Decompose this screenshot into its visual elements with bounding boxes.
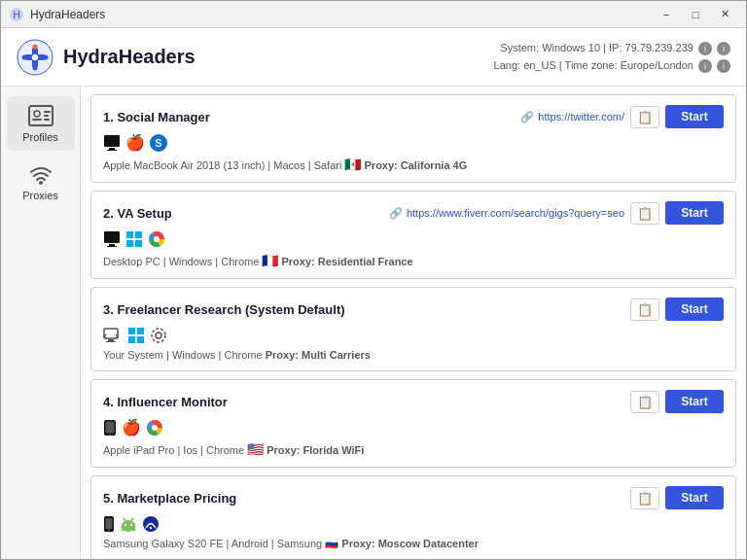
safari-icon: S <box>150 134 167 152</box>
profile-1-url[interactable]: 🔗 https://twitter.com/ <box>520 111 624 123</box>
profile-1-flag: 🇲🇽 <box>344 157 361 172</box>
main-window: H HydraHeaders − □ ✕ <box>0 0 747 560</box>
svg-rect-47 <box>122 524 135 531</box>
profile-2-flag: 🇫🇷 <box>262 253 278 268</box>
monitor-icon-2 <box>103 230 121 248</box>
profile-3-copy-button[interactable]: 📋 <box>630 298 659 321</box>
svg-point-45 <box>108 530 110 532</box>
svg-rect-29 <box>104 329 118 338</box>
info-icon-4[interactable]: i <box>717 59 730 73</box>
svg-text:H: H <box>13 10 19 20</box>
minimize-button[interactable]: − <box>653 4 680 25</box>
svg-rect-30 <box>108 339 114 341</box>
titlebar: H HydraHeaders − □ ✕ <box>1 1 746 28</box>
profile-2-url[interactable]: 🔗 https://www.fiverr.com/search/gigs?que… <box>389 207 624 220</box>
profile-5-start-button[interactable]: Start <box>665 486 724 509</box>
info-icon-2[interactable]: i <box>717 42 730 55</box>
sidebar-item-proxies[interactable]: Proxies <box>7 155 75 209</box>
profile-4-flag: 🇺🇸 <box>247 441 264 457</box>
svg-rect-26 <box>135 240 142 247</box>
profile-3-icons <box>103 327 724 344</box>
main-layout: Profiles Proxies 1. Social Manage <box>1 87 746 559</box>
profile-2-copy-button[interactable]: 📋 <box>630 202 659 225</box>
profile-5-actions: 📋 Start <box>630 486 724 509</box>
info-icon-3[interactable]: i <box>698 59 712 73</box>
profile-2-header: 2. VA Setup 🔗 https://www.fiverr.com/sea… <box>103 201 724 225</box>
system-info-line1: System: Windows 10 | IP: 79.79.239.239 i… <box>494 40 730 57</box>
maximize-button[interactable]: □ <box>682 4 709 25</box>
profile-4-start-button[interactable]: Start <box>665 390 724 413</box>
header-app-name: HydraHeaders <box>63 46 196 68</box>
profile-5-flag: 🇷🇺 <box>325 538 338 549</box>
svg-rect-14 <box>44 115 49 117</box>
app-header: HydraHeaders System: Windows 10 | IP: 79… <box>1 28 746 87</box>
svg-point-48 <box>124 524 126 526</box>
profiles-icon <box>27 104 54 127</box>
profile-3-start-button[interactable]: Start <box>665 298 724 321</box>
profile-4-title: 4. Influencer Monitor <box>103 395 228 409</box>
svg-point-7 <box>44 54 49 59</box>
profile-5-header: 5. Marketplace Pricing 📋 Start <box>103 486 724 509</box>
svg-point-11 <box>34 111 40 117</box>
profile-1-start-button[interactable]: Start <box>665 105 724 128</box>
svg-rect-20 <box>104 231 120 243</box>
svg-rect-19 <box>107 150 117 151</box>
svg-point-8 <box>33 44 38 49</box>
profile-4-proxy: Proxy: Florida WiFi <box>267 444 364 456</box>
sidebar-item-profiles[interactable]: Profiles <box>7 96 75 151</box>
titlebar-app-icon: H <box>9 7 24 22</box>
tablet-icon <box>103 419 117 437</box>
profile-5-copy-button[interactable]: 📋 <box>630 487 659 509</box>
profile-2-info: Desktop PC | Windows | Chrome 🇫🇷 Proxy: … <box>103 253 724 268</box>
profile-3-proxy: Proxy: Multi Carriers <box>266 349 371 361</box>
svg-rect-44 <box>106 518 113 529</box>
profile-2-actions: 🔗 https://www.fiverr.com/search/gigs?que… <box>389 201 724 225</box>
apple-icon: 🍎 <box>125 135 145 151</box>
profile-4-actions: 📋 Start <box>630 390 724 413</box>
profile-4-icons: 🍎 <box>103 419 724 437</box>
profile-4-header: 4. Influencer Monitor 📋 Start <box>103 390 724 413</box>
mobile-icon <box>103 515 115 533</box>
profile-2-url-text: https://www.fiverr.com/search/gigs?query… <box>407 207 624 219</box>
svg-line-50 <box>124 518 125 521</box>
profile-1-actions: 🔗 https://twitter.com/ 📋 Start <box>520 105 724 128</box>
header-system-info: System: Windows 10 | IP: 79.79.239.239 i… <box>494 40 730 74</box>
profile-2-proxy: Proxy: Residential France <box>282 256 413 267</box>
svg-rect-13 <box>44 111 51 113</box>
close-button[interactable]: ✕ <box>711 4 738 25</box>
svg-point-36 <box>156 332 161 338</box>
monitor-icon <box>103 134 121 152</box>
titlebar-left: H HydraHeaders <box>9 7 105 22</box>
profile-3-header: 3. Freelancer Research (System Default) … <box>103 298 724 321</box>
info-icon-1[interactable]: i <box>698 42 712 55</box>
svg-rect-23 <box>126 231 133 238</box>
profile-4-copy-button[interactable]: 📋 <box>630 391 659 413</box>
profile-4-info: Apple iPad Pro | Ios | Chrome 🇺🇸 Proxy: … <box>103 441 724 457</box>
profile-1-copy-button[interactable]: 📋 <box>630 106 659 128</box>
profile-5-proxy: Proxy: Moscow Datacenter <box>341 538 479 549</box>
profile-2-start-button[interactable]: Start <box>665 201 724 225</box>
profile-5-icons <box>103 515 724 533</box>
system-info-line2: Lang: en_US | Time zone: Europe/London i… <box>494 57 730 75</box>
windows-icon <box>125 230 143 248</box>
system-icon <box>103 327 123 344</box>
svg-rect-21 <box>109 244 115 246</box>
svg-point-37 <box>152 329 165 342</box>
profile-card-2: 2. VA Setup 🔗 https://www.fiverr.com/sea… <box>90 191 736 279</box>
profile-3-title: 3. Freelancer Research (System Default) <box>103 302 345 317</box>
titlebar-controls: − □ ✕ <box>653 4 738 25</box>
profile-2-icons <box>103 230 724 248</box>
svg-rect-12 <box>32 119 42 121</box>
profile-5-info: Samsung Galaxy S20 FE | Android | Samsun… <box>103 538 724 550</box>
content-area: 1. Social Manager 🔗 https://twitter.com/… <box>81 87 746 559</box>
profile-1-url-text: https://twitter.com/ <box>538 111 624 122</box>
svg-line-51 <box>131 518 133 521</box>
profile-1-proxy: Proxy: California 4G <box>365 159 468 171</box>
svg-rect-17 <box>104 135 120 147</box>
svg-rect-39 <box>106 422 115 434</box>
svg-rect-33 <box>137 328 144 334</box>
titlebar-title: HydraHeaders <box>30 8 105 21</box>
svg-rect-10 <box>29 106 53 125</box>
chrome-icon <box>148 230 165 248</box>
svg-rect-15 <box>44 119 50 121</box>
